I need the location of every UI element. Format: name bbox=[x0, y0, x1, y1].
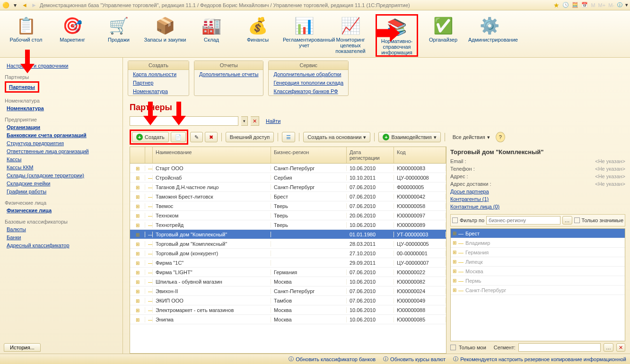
expand-icon[interactable]: ⊞ bbox=[453, 287, 456, 293]
sidebar-ent-5[interactable]: Кассы ККМ bbox=[5, 164, 118, 171]
table-row[interactable]: ⊞—Таганов Д.Н.частное лицоСанкт-Петербур… bbox=[130, 182, 446, 192]
region-item[interactable]: ⊞—Германия bbox=[451, 248, 625, 257]
interactions-button[interactable]: Взаимодействия ▾ bbox=[378, 132, 440, 142]
info-icon[interactable]: ⓘ bbox=[617, 1, 622, 9]
expand-icon[interactable]: ⊞ bbox=[453, 250, 456, 255]
expand-icon[interactable]: ⊞ bbox=[136, 317, 140, 322]
table-row[interactable]: ⊞—ЭнигмаМосква10.06.2010Ю00000085 bbox=[130, 315, 446, 324]
table-row[interactable]: ⊞—Эвихон-IIСанкт-Петербург07.06.2010Ю000… bbox=[130, 286, 446, 296]
only-my-checkbox[interactable] bbox=[450, 345, 456, 350]
minimize-icon[interactable]: ▾ bbox=[625, 2, 628, 8]
submenu-reports-item-0[interactable]: Дополнительные отчеты bbox=[194, 70, 263, 78]
expand-icon[interactable]: ⊞ bbox=[453, 269, 456, 274]
contractors-link[interactable]: Контрагенты (1) bbox=[450, 195, 625, 203]
filter-input[interactable] bbox=[486, 216, 560, 225]
submenu-create-item-0[interactable]: Карта лояльности bbox=[128, 70, 189, 78]
segment-browse-icon[interactable]: … bbox=[604, 343, 613, 352]
search-dropdown-icon[interactable]: ▾ bbox=[241, 116, 248, 126]
copy-button[interactable]: 📄 bbox=[171, 132, 186, 142]
expand-icon[interactable]: ⊞ bbox=[136, 223, 140, 228]
region-item[interactable]: ⊞—Пермь bbox=[451, 276, 625, 286]
table-row[interactable]: ⊞—СтройснабСербия10.10.2011ЦУ-00000008 bbox=[130, 173, 446, 182]
delete-button[interactable]: ✖ bbox=[205, 132, 218, 142]
status-update-banks[interactable]: ⓘОбновить классификатор банков bbox=[289, 355, 376, 363]
m-button[interactable]: M bbox=[591, 2, 595, 8]
sidebar-ent-0[interactable]: Организации bbox=[5, 123, 118, 131]
expand-icon[interactable]: ⊞ bbox=[136, 204, 140, 209]
table-row[interactable]: ⊞—ТехнотрейдТверь10.06.2010Ю00000089 bbox=[130, 220, 446, 230]
forward-icon[interactable]: ► bbox=[30, 1, 38, 9]
expand-icon[interactable]: ⊞ bbox=[453, 240, 456, 245]
region-item[interactable]: ⊞—Липецк bbox=[451, 257, 625, 267]
toolbar-item-1[interactable]: 🎯Маркетинг bbox=[51, 14, 94, 43]
only-significant-checkbox[interactable] bbox=[574, 217, 580, 223]
toolbar-item-5[interactable]: 💰Финансы bbox=[236, 14, 279, 43]
list-view-icon[interactable]: ☰ bbox=[282, 132, 295, 142]
table-row[interactable]: ⊞—ТехнокомТверь20.06.2010Ю00000097 bbox=[130, 211, 446, 220]
expand-icon[interactable]: ⊞ bbox=[453, 278, 456, 283]
toolbar-item-9[interactable]: ✅Органайзер bbox=[422, 14, 464, 43]
expand-icon[interactable]: ⊞ bbox=[136, 251, 140, 256]
sidebar-ent-2[interactable]: Структура предприятия bbox=[5, 139, 118, 147]
sidebar-base-2[interactable]: Адресный классификатор bbox=[5, 242, 118, 249]
col-code[interactable]: Код bbox=[394, 147, 446, 163]
filter-checkbox[interactable] bbox=[452, 217, 458, 223]
search-input[interactable] bbox=[130, 116, 238, 126]
table-row[interactable]: ⊞—Электромаркет - сеть магазиновМосква10… bbox=[130, 305, 446, 315]
expand-icon[interactable]: ⊞ bbox=[136, 289, 140, 294]
table-row[interactable]: ⊞—ТвемосТверь07.06.2010Ю00000058 bbox=[130, 201, 446, 211]
table-row[interactable]: ⊞—Таможня Брест-литовскБрест07.06.2010Ю0… bbox=[130, 192, 446, 201]
create-on-basis-button[interactable]: Создать на основании ▾ bbox=[303, 132, 370, 142]
table-row[interactable]: ⊞—Фирма "1С"29.09.2011ЦУ-00000007 bbox=[130, 258, 446, 268]
calc-icon[interactable]: 🧮 bbox=[572, 2, 578, 8]
sidebar-ent-4[interactable]: Кассы bbox=[5, 156, 118, 163]
status-update-rates[interactable]: ⓘОбновить курсы валют bbox=[383, 355, 446, 363]
table-row[interactable]: ⊞—Шпилька - обувной магазинМосква10.06.2… bbox=[130, 277, 446, 286]
calendar-icon[interactable]: 📅 bbox=[581, 2, 588, 8]
segment-clear-icon[interactable]: ✕ bbox=[616, 343, 625, 352]
region-item[interactable]: ⊞—Санкт-Петербург bbox=[451, 286, 625, 295]
m-minus-button[interactable]: M- bbox=[608, 2, 614, 8]
col-name[interactable]: Наименование bbox=[153, 147, 271, 163]
sidebar-item-nomenclature[interactable]: Номенклатура bbox=[5, 104, 118, 112]
toolbar-item-3[interactable]: 📦Запасы и закупки bbox=[144, 14, 186, 43]
col-date[interactable]: Дата регистрации bbox=[347, 147, 394, 163]
m-plus-button[interactable]: M+ bbox=[598, 2, 606, 8]
submenu-service-item-1[interactable]: Генерация топологии склада bbox=[269, 78, 348, 87]
back-icon[interactable]: ◄ bbox=[21, 1, 28, 9]
region-item[interactable]: ⊞—Москва bbox=[451, 267, 625, 276]
sidebar-base-1[interactable]: Банки bbox=[5, 234, 118, 241]
sidebar-ent-1[interactable]: Банковские счета организаций bbox=[5, 131, 118, 139]
dropdown-icon[interactable]: ▾ bbox=[11, 1, 19, 9]
expand-icon[interactable]: ⊞ bbox=[136, 213, 140, 218]
help-icon[interactable]: ? bbox=[496, 132, 505, 142]
find-link[interactable]: Найти bbox=[266, 118, 280, 124]
sidebar-item-partners[interactable]: Партнеры bbox=[5, 81, 39, 93]
table-row[interactable]: ⊞—Фирма "LIGHT"Германия07.06.2010Ю000000… bbox=[130, 268, 446, 277]
expand-icon[interactable]: ⊞ bbox=[136, 298, 140, 303]
expand-icon[interactable]: ⊞ bbox=[136, 185, 140, 190]
external-access-button[interactable]: Внешний доступ bbox=[226, 132, 274, 142]
region-item[interactable]: ⊞—Брест bbox=[451, 229, 625, 238]
all-actions-button[interactable]: Все действия ▾ bbox=[449, 132, 494, 142]
table-row[interactable]: ⊞—Торговый дом "Комплексный"01.01.1980УТ… bbox=[130, 230, 446, 239]
search-clear-icon[interactable]: ✕ bbox=[251, 116, 259, 126]
expand-icon[interactable]: ⊞ bbox=[136, 242, 140, 247]
expand-icon[interactable]: ⊞ bbox=[136, 194, 140, 199]
region-item[interactable]: ⊞—Владимир bbox=[451, 238, 625, 248]
favorite-icon[interactable]: ★ bbox=[553, 1, 560, 9]
edit-button[interactable]: ✎ bbox=[190, 132, 203, 142]
col-region[interactable]: Бизнес-регион bbox=[271, 147, 347, 163]
dossier-link[interactable]: Досье партнера bbox=[450, 188, 625, 195]
history-button[interactable]: История... bbox=[4, 343, 41, 352]
sidebar-item-persons[interactable]: Физические лица bbox=[5, 207, 118, 214]
toolbar-item-10[interactable]: ⚙️Администрирование bbox=[468, 14, 511, 43]
toolbar-item-8[interactable]: 📚Нормативно-справочная информация bbox=[376, 14, 418, 57]
sidebar-ent-6[interactable]: Склады (складские территории) bbox=[5, 172, 118, 179]
toolbar-item-2[interactable]: 🛒Продажи bbox=[97, 14, 140, 43]
status-backup[interactable]: ⓘРекомендуется настроить резервное копир… bbox=[453, 355, 626, 363]
expand-icon[interactable]: ⊞ bbox=[136, 232, 140, 237]
expand-icon[interactable]: ⊞ bbox=[136, 260, 140, 266]
sidebar-settings[interactable]: Настройки и справочники bbox=[5, 62, 118, 69]
sidebar-ent-7[interactable]: Складские ячейки bbox=[5, 180, 118, 187]
